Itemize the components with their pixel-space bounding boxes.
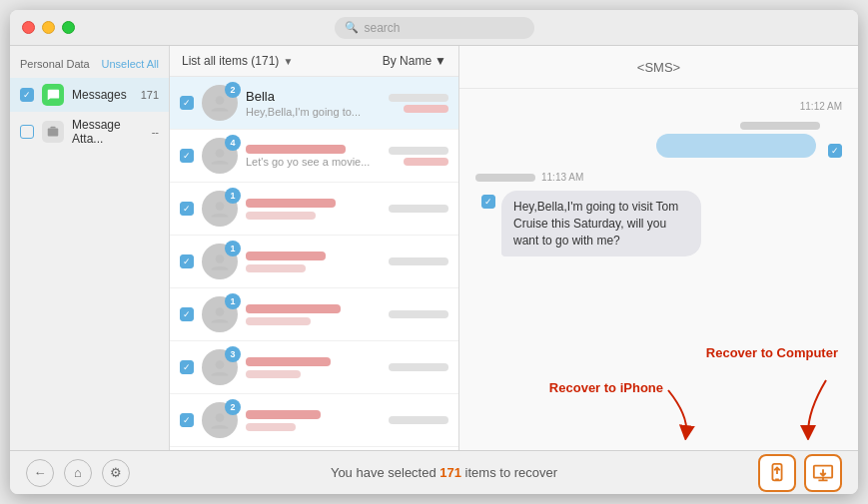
msg-checkbox[interactable] [481, 195, 495, 209]
msg-time-2: 11:13 AM [541, 172, 583, 183]
avatar: 3 [202, 349, 238, 385]
sort-selector[interactable]: By Name ▼ [383, 54, 446, 68]
time-bar [389, 147, 448, 155]
item-meta [389, 147, 448, 166]
item-info [246, 410, 381, 431]
bottom-bar: ← ⌂ ⚙ You have selected 171 items to rec… [10, 450, 858, 494]
app-window: 🔍 search Personal Data Unselect All Mess… [10, 10, 858, 494]
item-name [246, 145, 346, 154]
arrow-iphone-svg [638, 385, 698, 440]
detail-panel: <SMS> 11:12 AM 11:13 AM [459, 46, 858, 450]
svg-point-5 [216, 307, 225, 316]
msg-checkbox[interactable] [828, 144, 842, 158]
svg-point-6 [216, 360, 225, 369]
recover-to-iphone-button[interactable] [758, 454, 796, 492]
status-text-after: items to recover [461, 465, 557, 480]
svg-point-2 [216, 149, 225, 158]
list-item[interactable]: 1 [170, 183, 458, 236]
badge: 2 [225, 399, 241, 415]
item-checkbox[interactable] [180, 360, 194, 374]
search-bar[interactable]: 🔍 search [335, 17, 534, 39]
list-item[interactable]: 1 [170, 236, 458, 288]
item-name: Bella [246, 89, 381, 104]
sidebar-header: Personal Data Unselect All [10, 54, 169, 78]
item-info [246, 357, 381, 378]
item-info [246, 199, 381, 220]
traffic-lights [22, 21, 75, 34]
search-icon: 🔍 [345, 21, 359, 34]
list-header: List all items (171) ▼ By Name ▼ [170, 46, 458, 77]
incoming-bubble: Hey,Bella,I'm going to visit Tom Cruise … [501, 191, 701, 256]
blurred-name [246, 357, 331, 366]
avatar: 4 [202, 138, 238, 174]
settings-button[interactable]: ⚙ [102, 459, 130, 487]
maximize-button[interactable] [62, 21, 75, 34]
list-item[interactable]: 2 [170, 394, 458, 447]
item-checkbox[interactable] [180, 413, 194, 427]
blurred-name [246, 199, 336, 208]
action-buttons [758, 454, 842, 492]
list-item[interactable]: 1 [170, 288, 458, 341]
main-content: Personal Data Unselect All Messages 171 [10, 46, 858, 450]
attachments-checkbox[interactable] [20, 125, 34, 139]
messages-icon [42, 84, 64, 106]
time-bar [389, 257, 448, 265]
badge: 1 [225, 241, 241, 256]
item-checkbox[interactable] [180, 307, 194, 321]
avatar: 2 [202, 402, 238, 438]
sms-tag: <SMS> [637, 60, 680, 75]
blurred-preview [246, 264, 306, 272]
status-count: 171 [439, 465, 461, 480]
svg-rect-0 [48, 129, 59, 137]
detail-header: <SMS> [459, 46, 858, 89]
avatar: 1 [202, 244, 238, 279]
sender-bar [740, 122, 820, 130]
svg-point-1 [216, 96, 225, 105]
item-meta [389, 416, 448, 424]
badge: 1 [225, 188, 241, 204]
list-all-label[interactable]: List all items (171) [182, 54, 279, 68]
blurred-preview [246, 317, 311, 325]
messages-checkbox[interactable] [20, 88, 34, 102]
list-item[interactable]: 4 Let's go yo see a movie... [170, 130, 458, 183]
recover-to-computer-button[interactable] [804, 454, 842, 492]
item-meta [389, 310, 448, 318]
list-item[interactable]: 3 [170, 341, 458, 394]
back-button[interactable]: ← [26, 459, 54, 487]
msg-row-outgoing-time: 11:12 AM [475, 101, 842, 112]
blurred-preview [246, 212, 316, 220]
item-info: Bella Hey,Bella,I'm going to... [246, 89, 381, 118]
sidebar-item-messages[interactable]: Messages 171 [10, 78, 169, 112]
attachments-label: Message Atta... [72, 118, 144, 146]
list-panel: List all items (171) ▼ By Name ▼ [170, 46, 459, 450]
time-bar [389, 363, 448, 371]
item-info [246, 252, 381, 272]
msg-time-row: 11:13 AM [475, 172, 842, 183]
item-checkbox[interactable] [180, 96, 194, 110]
badge: 1 [225, 293, 241, 309]
msg-bar [404, 158, 448, 166]
list-header-left: List all items (171) ▼ [182, 54, 293, 68]
svg-point-4 [216, 254, 225, 263]
item-info [246, 304, 381, 325]
svg-point-3 [216, 202, 225, 211]
attachments-count: -- [152, 126, 159, 138]
recover-computer-label: Recover to Computer [706, 345, 838, 360]
list-dropdown-arrow[interactable]: ▼ [283, 56, 293, 67]
item-checkbox[interactable] [180, 202, 194, 216]
item-meta [389, 94, 448, 113]
list-item[interactable]: 2 Bella Hey,Bella,I'm going to... [170, 77, 458, 130]
item-checkbox[interactable] [180, 149, 194, 163]
msg-bar [404, 105, 448, 113]
svg-point-7 [216, 413, 225, 422]
msg-time: 11:12 AM [800, 101, 842, 112]
blurred-name [246, 410, 321, 419]
close-button[interactable] [22, 21, 35, 34]
unselect-all-button[interactable]: Unselect All [102, 58, 159, 70]
sidebar-title: Personal Data [20, 58, 90, 70]
sidebar-item-attachments[interactable]: Message Atta... -- [10, 112, 169, 152]
home-button[interactable]: ⌂ [64, 459, 92, 487]
badge: 4 [225, 135, 241, 151]
minimize-button[interactable] [42, 21, 55, 34]
item-checkbox[interactable] [180, 254, 194, 268]
